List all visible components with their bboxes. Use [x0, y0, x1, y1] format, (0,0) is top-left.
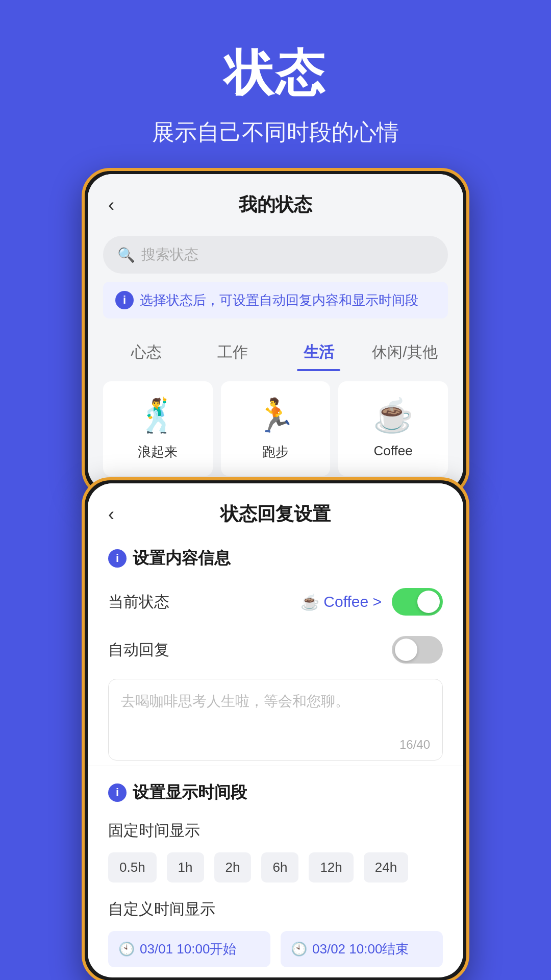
phone-container: ‹ 我的状态 🔍 搜索状态 i 选择状态后，可设置自动回复内容和显示时间段	[0, 168, 551, 980]
tab-mood[interactable]: 心态	[103, 334, 189, 371]
status-toggle[interactable]	[392, 588, 443, 616]
end-time-label: 03/02 10:00结束	[312, 940, 409, 958]
status-grid: 🕺 浪起来 🏃 跑步 ☕ Coffee	[88, 371, 463, 492]
clock-icon-end: 🕙	[291, 941, 307, 957]
custom-time-label: 自定义时间显示	[88, 891, 463, 926]
top-phone-frame: ‹ 我的状态 🔍 搜索状态 i 选择状态后，可设置自动回复内容和显示时间段	[82, 168, 469, 498]
top-nav: ‹ 我的状态	[88, 174, 463, 228]
bottom-phone-frame: ‹ 状态回复设置 i 设置内容信息 当前状态 ☕	[82, 477, 469, 980]
run-label: 跑步	[262, 443, 289, 461]
back-button-bottom[interactable]: ‹	[108, 504, 114, 525]
tab-leisure[interactable]: 休闲/其他	[362, 334, 448, 371]
top-screen-title: 我的状态	[239, 192, 312, 217]
end-time-btn[interactable]: 🕙 03/02 10:00结束	[281, 931, 443, 967]
page-title: 状态	[20, 41, 531, 107]
wave-label: 浪起来	[138, 443, 178, 461]
bottom-screen-title: 状态回复设置	[220, 502, 331, 527]
time-btn-1h[interactable]: 1h	[167, 852, 204, 883]
page-header: 状态 展示自己不同时段的心情	[0, 0, 551, 168]
wave-icon: 🕺	[137, 397, 178, 435]
status-card-wave[interactable]: 🕺 浪起来	[103, 381, 213, 476]
time-btn-2h[interactable]: 2h	[214, 852, 252, 883]
auto-reply-row[interactable]: 自动回复	[88, 626, 463, 674]
bottom-phone-screen: ‹ 状态回复设置 i 设置内容信息 当前状态 ☕	[88, 483, 463, 977]
section2-header: i 设置显示时间段	[88, 771, 463, 812]
section1-info-icon: i	[108, 549, 127, 568]
reply-textarea-wrap[interactable]: 去喝咖啡思考人生啦，等会和您聊。 16/40	[108, 679, 443, 761]
time-btn-0-5h[interactable]: 0.5h	[108, 852, 157, 883]
tabs-row: 心态 工作 生活 休闲/其他	[88, 324, 463, 371]
current-status-label: 当前状态	[108, 592, 169, 612]
page-subtitle: 展示自己不同时段的心情	[20, 117, 531, 148]
bottom-nav: ‹ 状态回复设置	[88, 483, 463, 537]
top-screen: ‹ 我的状态 🔍 搜索状态 i 选择状态后，可设置自动回复内容和显示时间段	[88, 174, 463, 492]
custom-time-row: 🕙 03/01 10:00开始 🕙 03/02 10:00结束	[88, 926, 463, 977]
bottom-screen: ‹ 状态回复设置 i 设置内容信息 当前状态 ☕	[88, 483, 463, 977]
time-btn-12h[interactable]: 12h	[309, 852, 353, 883]
current-status-value: ☕ Coffee >	[300, 593, 382, 611]
search-icon: 🔍	[117, 247, 135, 263]
search-bar[interactable]: 🔍 搜索状态	[103, 236, 448, 274]
time-options-row: 0.5h 1h 2h 6h 12h	[88, 847, 463, 891]
info-icon: i	[115, 291, 134, 309]
char-counter: 16/40	[399, 738, 430, 752]
tab-work[interactable]: 工作	[189, 334, 276, 371]
auto-reply-label: 自动回复	[108, 640, 169, 660]
info-banner: i 选择状态后，可设置自动回复内容和显示时间段	[103, 282, 448, 318]
search-input: 搜索状态	[141, 245, 198, 264]
time-btn-6h[interactable]: 6h	[261, 852, 298, 883]
fixed-time-label: 固定时间显示	[88, 812, 463, 847]
coffee-icon-card: ☕	[373, 397, 414, 435]
coffee-emoji: ☕	[300, 593, 319, 611]
run-icon: 🏃	[255, 397, 296, 435]
reply-textarea[interactable]: 去喝咖啡思考人生啦，等会和您聊。	[121, 693, 349, 709]
section1-title: 设置内容信息	[133, 547, 231, 570]
current-status-row[interactable]: 当前状态 ☕ Coffee >	[88, 578, 463, 626]
section2-title: 设置显示时间段	[133, 781, 247, 804]
divider	[88, 766, 463, 766]
start-time-label: 03/01 10:00开始	[140, 940, 236, 958]
top-phone-screen: ‹ 我的状态 🔍 搜索状态 i 选择状态后，可设置自动回复内容和显示时间段	[88, 174, 463, 492]
auto-reply-toggle[interactable]	[392, 636, 443, 664]
section1-header: i 设置内容信息	[88, 537, 463, 578]
status-card-run[interactable]: 🏃 跑步	[221, 381, 331, 476]
time-btn-24h[interactable]: 24h	[364, 852, 408, 883]
coffee-label: Coffee	[374, 443, 413, 459]
clock-icon-start: 🕙	[118, 941, 135, 957]
status-card-coffee[interactable]: ☕ Coffee	[338, 381, 448, 476]
section2-info-icon: i	[108, 783, 127, 802]
back-button-top[interactable]: ‹	[108, 194, 114, 216]
tab-life[interactable]: 生活	[276, 334, 362, 371]
info-text: 选择状态后，可设置自动回复内容和显示时间段	[140, 291, 418, 309]
start-time-btn[interactable]: 🕙 03/01 10:00开始	[108, 931, 270, 967]
